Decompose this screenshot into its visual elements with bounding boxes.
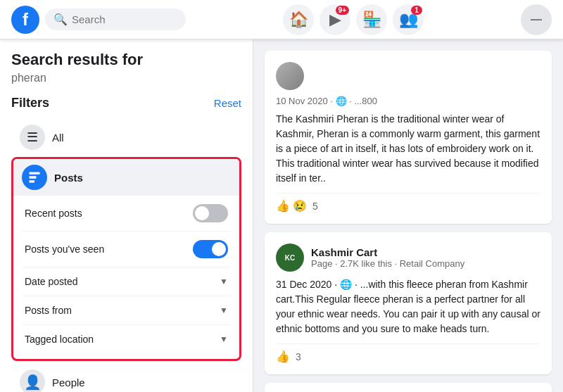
navbar: f 🔍 🏠 ▶ 9+ 🏪 👥 1 — [0,0,563,39]
sad-emoji: 😢 [293,199,307,213]
facebook-logo[interactable]: f [11,6,39,34]
search-icon: 🔍 [53,13,68,26]
marketplace-nav-button[interactable]: 🏪 [356,4,387,35]
post-2-page-info: Kashmir Cart Page · 2.7K like this · Ret… [311,246,464,269]
search-results-title: Search results for [11,51,241,69]
post-card-2: KC Kashmir Cart Page · 2.7K like this · … [265,232,552,374]
search-input[interactable] [72,13,177,25]
svg-rect-2 [30,180,35,182]
post-1-meta: 10 Nov 2020 · 🌐 · ...800 [276,96,540,106]
search-query: pheran [11,72,241,84]
posts-options-list: Recent posts Posts you've seen Date post… [13,196,239,359]
people-filter-icon: 👤 [20,369,45,392]
posts-seen-label: Posts you've seen [25,244,104,255]
post-card-3: ▶ South Kashmir Online Bazaar [265,383,552,392]
home-nav-button[interactable]: 🏠 [283,4,314,35]
main-content: 10 Nov 2020 · 🌐 · ...800 The Kashmiri Ph… [253,39,563,392]
post-2-text: 31 Dec 2020 · 🌐 · ...with this fleece ph… [276,277,540,336]
navbar-right: — [521,4,552,35]
page-container: Search results for pheran Filters Reset … [0,39,563,392]
post-2-header: KC Kashmir Cart Page · 2.7K like this · … [276,244,540,272]
left-sidebar: Search results for pheran Filters Reset … [0,39,253,392]
posts-from-option[interactable]: Posts from ▼ [22,296,231,325]
filters-header: Filters Reset [11,96,241,110]
post-1-reactions: 👍 😢 5 [276,193,540,213]
search-results-heading: Search results for pheran [11,51,241,84]
all-filter-icon: ☰ [20,125,45,150]
recent-posts-label: Recent posts [25,208,82,219]
posts-filter-label: Posts [54,172,83,184]
posts-filter-header[interactable]: Posts [13,159,239,196]
post-2-reaction-count: 3 [296,351,301,362]
navbar-left: f 🔍 [11,6,186,34]
post-2-page-name: Kashmir Cart [311,246,464,258]
post-2-page-sub: Page · 2.7K like this · Retail Company [311,258,464,269]
svg-rect-0 [30,172,40,175]
tagged-location-label: Tagged location [25,334,94,345]
post-2-reactions: 👍 3 [276,343,540,363]
posts-filter-box: Posts Recent posts Posts you've seen Dat… [11,157,241,361]
recent-posts-toggle[interactable] [193,204,228,222]
reset-button[interactable]: Reset [214,97,241,109]
date-posted-label: Date posted [25,276,78,287]
navbar-center: 🏠 ▶ 9+ 🏪 👥 1 [283,4,424,35]
post-2-avatar: KC [276,244,304,272]
posts-seen-option[interactable]: Posts you've seen [22,232,231,267]
posts-seen-toggle[interactable] [193,240,228,258]
tagged-location-option[interactable]: Tagged location ▼ [22,325,231,353]
post-2-like-emoji: 👍 [276,350,290,363]
posts-from-label: Posts from [25,305,72,316]
people-filter-label: People [52,377,85,388]
tagged-location-arrow: ▼ [220,334,228,344]
search-bar[interactable]: 🔍 [45,8,186,30]
watch-nav-button[interactable]: ▶ 9+ [320,4,350,35]
date-posted-option[interactable]: Date posted ▼ [22,267,231,296]
post-1-text: The Kashmiri Pheran is the traditional w… [276,112,540,186]
like-emoji: 👍 [276,199,290,213]
posts-from-arrow: ▼ [220,305,228,315]
filter-people[interactable]: 👤 People [11,364,241,392]
groups-nav-button[interactable]: 👥 1 [393,4,424,35]
post-1-reaction-count: 5 [312,201,318,212]
all-filter-label: All [52,132,64,144]
recent-posts-option[interactable]: Recent posts [22,196,231,232]
filters-title: Filters [11,96,49,110]
more-nav-button[interactable]: — [521,4,552,35]
groups-badge: 1 [411,6,422,15]
svg-rect-1 [30,176,37,178]
date-posted-arrow: ▼ [220,277,228,286]
posts-filter-icon [22,165,47,190]
post-1-avatar [276,62,304,90]
post-card-1: 10 Nov 2020 · 🌐 · ...800 The Kashmiri Ph… [265,51,552,224]
filter-all[interactable]: ☰ All [11,119,241,156]
watch-badge: 9+ [336,6,349,15]
